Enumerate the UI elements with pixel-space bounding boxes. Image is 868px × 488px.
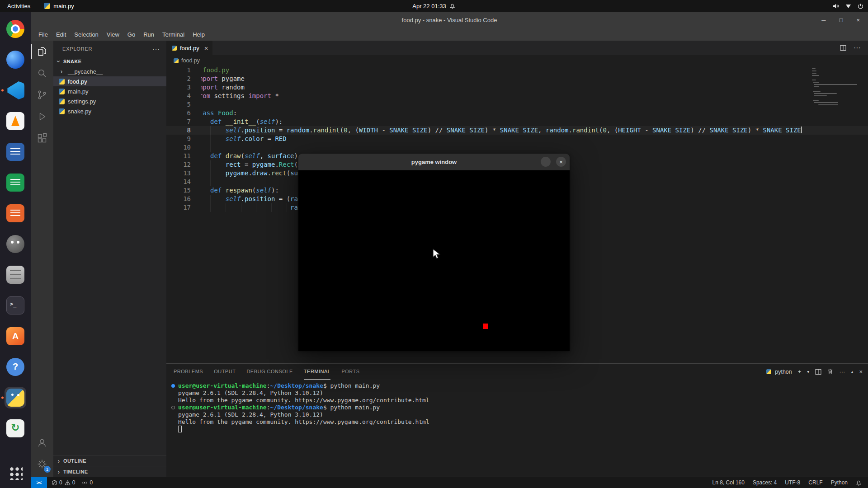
terminal-more-button[interactable]: ··· [839, 368, 845, 375]
pygame-minimize-button[interactable]: − [541, 157, 551, 167]
run-debug-activity-button[interactable] [31, 106, 53, 127]
accounts-button[interactable] [31, 432, 53, 453]
pygame-close-button[interactable]: × [556, 157, 566, 167]
encoding-indicator[interactable]: UTF-8 [785, 479, 800, 486]
trash-app-icon[interactable] [5, 418, 26, 439]
extensions-activity-button[interactable] [31, 127, 53, 149]
code-text [201, 100, 868, 109]
python-file-icon [59, 89, 65, 94]
window-close-button[interactable]: × [856, 17, 860, 23]
clock-label: Apr 22 01:33 [412, 3, 446, 9]
timeline-section[interactable]: › TIMELINE [53, 466, 166, 477]
menu-help[interactable]: Help [189, 30, 209, 39]
tab-food-py[interactable]: food.py × [166, 41, 212, 55]
panel-tab-output[interactable]: OUTPUT [214, 364, 236, 380]
remote-indicator[interactable]: >< [31, 477, 47, 488]
menu-go[interactable]: Go [123, 30, 139, 39]
minimap[interactable] [812, 68, 862, 107]
file-item-snake-py[interactable]: snake.py [53, 106, 166, 116]
activities-button[interactable]: Activities [7, 3, 30, 9]
panel-tab-ports[interactable]: PORTS [341, 364, 359, 380]
clock-button[interactable]: Apr 22 01:33 [412, 0, 455, 12]
vscode-title-bar[interactable]: food.py - snake - Visual Studio Code ─ □… [31, 12, 868, 28]
line-number: 15 [166, 186, 201, 195]
line-col-indicator[interactable]: Ln 8, Col 160 [712, 479, 745, 486]
file-item-__pycache__[interactable]: ›__pycache__ [53, 66, 166, 76]
menu-selection[interactable]: Selection [70, 30, 102, 39]
breadcrumb-item: food.py [181, 57, 200, 64]
terminal-shell-label[interactable]: python [775, 369, 792, 375]
maximize-panel-button[interactable]: ▴ [851, 369, 853, 374]
notifications-bell-icon[interactable] [856, 480, 862, 486]
file-item-main-py[interactable]: main.py [53, 86, 166, 96]
explorer-more-icon[interactable]: ··· [152, 45, 160, 52]
indent-indicator[interactable]: Spaces: 4 [753, 479, 777, 486]
close-panel-button[interactable]: × [859, 368, 863, 375]
libreoffice-calc-icon[interactable] [5, 172, 26, 193]
python-app-icon[interactable] [5, 387, 26, 408]
dock [0, 12, 31, 488]
command-decoration-icon[interactable] [171, 406, 175, 409]
pygame-title-bar[interactable]: pygame window − × [298, 154, 570, 170]
terminal-panel: PROBLEMSOUTPUTDEBUG CONSOLETERMINALPORTS… [166, 363, 868, 477]
split-terminal-button[interactable] [815, 369, 821, 375]
folder-section-header[interactable]: › SNAKE [53, 56, 166, 66]
search-activity-button[interactable] [31, 62, 53, 84]
source-control-activity-button[interactable] [31, 84, 53, 106]
indent-guide [210, 203, 211, 212]
terminal-app-icon[interactable] [5, 295, 26, 316]
panel-tab-problems[interactable]: PROBLEMS [174, 364, 203, 380]
terminal-dropdown-icon[interactable]: ▾ [807, 369, 809, 374]
vscode-icon[interactable] [5, 80, 26, 101]
help-app-icon[interactable] [5, 356, 26, 378]
files-app-icon[interactable] [5, 264, 26, 286]
problems-indicator[interactable]: 0 0 [52, 479, 75, 486]
line-number: 4 [166, 92, 201, 100]
outline-section[interactable]: › OUTLINE [53, 455, 166, 466]
panel-tab-debug-console[interactable]: DEBUG CONSOLE [246, 364, 292, 380]
menu-view[interactable]: View [103, 30, 123, 39]
explorer-activity-button[interactable] [31, 41, 53, 62]
code-text: class Food: [201, 109, 868, 117]
browser-app-icon[interactable] [5, 49, 26, 70]
pygame-canvas[interactable] [298, 170, 570, 351]
notification-bell-icon [450, 3, 456, 9]
kill-terminal-button[interactable] [827, 368, 833, 375]
indent-guide [210, 169, 211, 178]
breadcrumb[interactable]: food.py [166, 55, 868, 66]
chrome-icon[interactable] [5, 18, 26, 40]
indent-guide [271, 203, 272, 212]
code-line: 10 [166, 143, 868, 152]
terminal-output[interactable]: user@user-virtual-machine:~/Desktop/snak… [166, 380, 868, 477]
command-decoration-icon[interactable] [171, 384, 175, 388]
language-indicator[interactable]: Python [831, 479, 848, 486]
file-item-food-py[interactable]: food.py [53, 76, 166, 86]
gimp-icon[interactable] [5, 233, 26, 255]
menu-file[interactable]: File [34, 30, 52, 39]
ports-indicator[interactable]: 0 [81, 479, 93, 486]
split-editor-button[interactable] [840, 45, 846, 51]
power-icon [858, 3, 863, 9]
app-grid-icon[interactable] [5, 462, 26, 483]
menu-edit[interactable]: Edit [52, 30, 70, 39]
vlc-icon[interactable] [5, 110, 26, 132]
window-maximize-button[interactable]: □ [840, 17, 843, 23]
libreoffice-writer-icon[interactable] [5, 141, 26, 163]
panel-tab-terminal[interactable]: TERMINAL [304, 364, 331, 380]
file-item-settings-py[interactable]: settings.py [53, 96, 166, 106]
line-number: 7 [166, 117, 201, 126]
settings-button[interactable]: 1 [31, 453, 53, 475]
software-store-icon[interactable] [5, 325, 26, 347]
focused-app-indicator[interactable]: main.py [44, 3, 74, 9]
close-tab-icon[interactable]: × [204, 44, 208, 52]
eol-indicator[interactable]: CRLF [808, 479, 822, 486]
system-tray[interactable] [832, 0, 863, 12]
window-title: food.py - snake - Visual Studio Code [402, 17, 497, 23]
new-terminal-button[interactable]: + [798, 368, 802, 375]
libreoffice-impress-icon[interactable] [5, 202, 26, 224]
code-line: 4from settings import * [166, 92, 868, 100]
window-minimize-button[interactable]: ─ [821, 17, 826, 23]
menu-run[interactable]: Run [139, 30, 158, 39]
menu-terminal[interactable]: Terminal [158, 30, 189, 39]
editor-more-button[interactable]: ··· [854, 44, 861, 52]
